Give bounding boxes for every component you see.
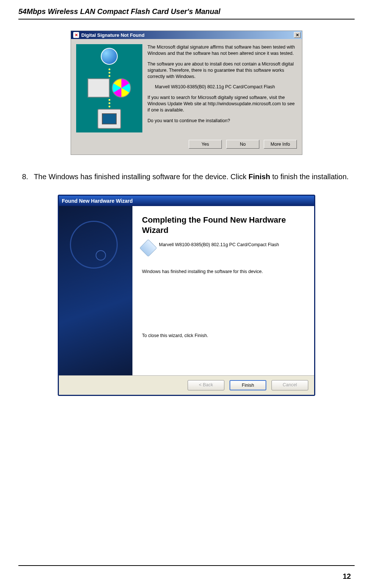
dialog2-titlebar: Found New Hardware Wizard <box>59 196 314 206</box>
dialog2-status: Windows has finished installing the soft… <box>142 269 305 274</box>
found-new-hardware-dialog: Found New Hardware Wizard Completing the… <box>58 195 315 396</box>
header-rule <box>18 19 355 20</box>
device-icon <box>139 239 157 257</box>
dialog2-device: Marvell W8100-8385(B0) 802.11g PC Card/C… <box>159 242 279 248</box>
finish-button[interactable]: Finish <box>230 380 266 390</box>
dialog2-title: Found New Hardware Wizard <box>62 198 133 204</box>
step-text-after: to finish the installation. <box>270 173 348 181</box>
dialog1-sidebar-graphic <box>76 44 142 132</box>
dialog1-para3: If you want to search for Microsoft digi… <box>148 95 297 113</box>
dialog1-para1: The Microsoft digital signature affirms … <box>148 44 297 57</box>
dialog2-close-hint: To close this wizard, click Finish. <box>142 333 305 338</box>
close-button[interactable]: ✕ <box>294 32 301 38</box>
cancel-button: Cancel <box>271 380 308 390</box>
dialog1-device: Marvell W8100-8385(B0) 802.11g PC Card/C… <box>148 84 297 90</box>
floppy-icon <box>88 78 110 98</box>
warning-icon: ✕ <box>73 32 79 38</box>
cd-icon <box>112 78 131 98</box>
page-number: 12 <box>343 572 351 581</box>
doc-header: 54Mbps Wireless LAN Compact Flash Card U… <box>18 7 355 16</box>
digital-signature-dialog: ✕ Digital Signature Not Found ✕ The Micr… <box>71 31 302 155</box>
dialog1-titlebar: ✕ Digital Signature Not Found ✕ <box>71 31 302 39</box>
step-bold: Finish <box>248 173 270 181</box>
globe-icon <box>101 48 118 65</box>
no-button[interactable]: No <box>226 140 259 149</box>
dialog2-heading: Completing the Found New Hardware Wizard <box>142 215 305 235</box>
step-text-before: The Windows has finished installing soft… <box>34 173 249 181</box>
computer-icon <box>97 109 121 129</box>
dialog2-sidebar-graphic <box>59 206 132 375</box>
back-button: < Back <box>188 380 224 390</box>
instruction-8: 8. The Windows has finished installing s… <box>18 170 355 184</box>
more-info-button[interactable]: More Info <box>264 140 297 149</box>
yes-button[interactable]: Yes <box>189 140 222 149</box>
dialog1-title: Digital Signature Not Found <box>81 32 145 38</box>
dialog1-para4: Do you want to continue the installation… <box>148 118 297 124</box>
step-number: 8. <box>18 173 32 181</box>
footer-rule <box>18 565 355 566</box>
dialog1-para2: The software you are about to install do… <box>148 61 297 80</box>
